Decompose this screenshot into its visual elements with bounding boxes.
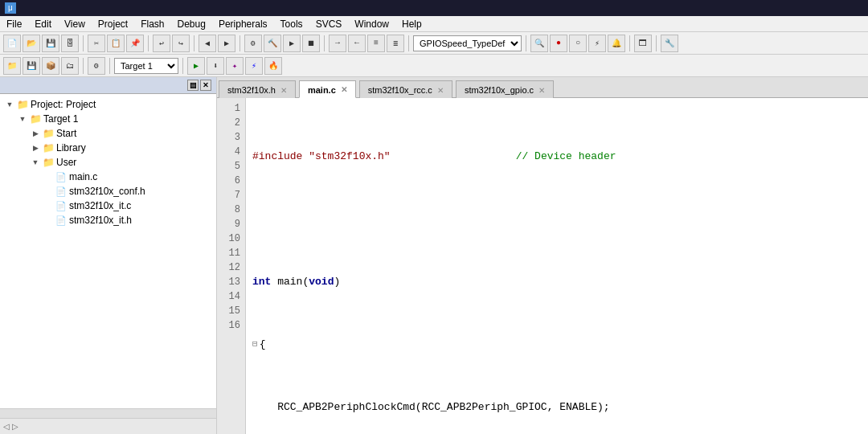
code-editor[interactable]: 1 2 3 4 5 6 7 8 9 10 11 12 13 14 15 16 <box>217 98 868 434</box>
file-it-c-label: stm32f10x_it.c <box>69 200 131 211</box>
stop-btn[interactable]: ⏹ <box>302 35 320 52</box>
file-conf-label: stm32f10x_conf.h <box>69 186 145 197</box>
tab-main-c[interactable]: main.c ✕ <box>299 80 356 98</box>
nav-back-btn[interactable]: ◀ <box>199 35 216 52</box>
format2-btn[interactable]: ≣ <box>387 35 404 52</box>
build2-btn[interactable]: 🔨 <box>264 35 281 52</box>
sidebar-float-btn[interactable]: ▤ <box>187 80 199 91</box>
code-text-1: #include "stm32f10x.h" // Device header <box>252 149 616 165</box>
tab-close-rcc-c[interactable]: ✕ <box>437 86 444 95</box>
tree-project-root[interactable]: ▼ 📁 Project: Project <box>0 97 216 112</box>
ln-3: 3 <box>223 130 240 145</box>
ln-13: 13 <box>223 275 240 289</box>
tb2-settings[interactable]: ⚙ <box>88 57 105 75</box>
settings-btn[interactable]: 🔔 <box>608 35 625 52</box>
tree-user[interactable]: ▼ 📁 User <box>0 155 216 170</box>
sep9 <box>656 35 657 51</box>
code-line-3: int main(void) <box>252 274 862 290</box>
tab-close-main-c[interactable]: ✕ <box>341 85 347 94</box>
new-file-btn[interactable]: 📄 <box>3 35 21 52</box>
expand-icon: ▶ <box>29 127 42 140</box>
undo-btn[interactable]: ↩ <box>153 35 170 52</box>
nav-fwd-btn[interactable]: ▶ <box>218 35 235 52</box>
debug2-btn[interactable]: ○ <box>569 35 587 52</box>
project-label: Project: Project <box>31 99 96 110</box>
sidebar-scrollbar[interactable] <box>0 408 216 418</box>
menu-item-svcs[interactable]: SVCS <box>309 17 349 31</box>
tree-target1[interactable]: ▼ 📁 Target 1 <box>0 112 216 126</box>
tb2-btn1[interactable]: 📁 <box>3 57 21 75</box>
sidebar-status: ◁ ▷ <box>3 422 18 431</box>
tree-library[interactable]: ▶ 📁 Library <box>0 141 216 155</box>
paste-btn[interactable]: 📌 <box>126 35 144 52</box>
cut-btn[interactable]: ✂ <box>88 35 105 52</box>
code-text-4: { <box>260 337 266 353</box>
toolbar-secondary: 📁 💾 📦 🗂 ⚙ Target 1 ▶ ⬇ ✦ ⚡ 🔥 <box>0 55 868 77</box>
redo-btn[interactable]: ↪ <box>172 35 190 52</box>
tree-conf-h[interactable]: 📄 stm32f10x_conf.h <box>0 184 216 199</box>
tab-label-main-c: main.c <box>308 85 336 95</box>
tab-close-stm32f10x-h[interactable]: ✕ <box>280 86 287 95</box>
folder-library-icon: 📁 <box>42 141 55 154</box>
symbol-combo[interactable]: GPIOSpeed_TypeDef <box>413 35 522 51</box>
tb2-btn4[interactable]: 🗂 <box>61 57 79 75</box>
debug-btn[interactable]: ● <box>550 35 567 52</box>
menu-item-file[interactable]: File <box>0 17 28 31</box>
tb2-btn2[interactable]: 💾 <box>23 57 40 75</box>
code-line-1: #include "stm32f10x.h" // Device header <box>252 149 862 165</box>
copy-btn[interactable]: 📋 <box>107 35 125 52</box>
main-area: ▤ ✕ ▼ 📁 Project: Project ▼ 📁 Target 1 <box>0 77 868 434</box>
target-select[interactable]: Target 1 <box>114 58 178 74</box>
tb2-flash[interactable]: ⚡ <box>245 57 263 75</box>
menu-item-debug[interactable]: Debug <box>171 17 212 31</box>
menu-item-window[interactable]: Window <box>348 17 395 31</box>
build3-btn[interactable]: ▶ <box>283 35 301 52</box>
unindent-btn[interactable]: ← <box>348 35 366 52</box>
menu-item-peripherals[interactable]: Peripherals <box>212 17 274 31</box>
tree-it-h[interactable]: 📄 stm32f10x_it.h <box>0 213 216 227</box>
menu-bar: FileEditViewProjectFlashDebugPeripherals… <box>0 16 868 32</box>
tree-it-c[interactable]: 📄 stm32f10x_it.c <box>0 199 216 213</box>
ln-10: 10 <box>223 231 240 246</box>
sidebar-close-btn[interactable]: ✕ <box>200 80 211 91</box>
menu-item-help[interactable]: Help <box>395 17 428 31</box>
tb2-download[interactable]: ⬇ <box>207 57 224 75</box>
folder-start-label: Start <box>56 128 76 139</box>
debug3-btn[interactable]: ⚡ <box>588 35 606 52</box>
code-content[interactable]: #include "stm32f10x.h" // Device header … <box>246 98 868 434</box>
tb2-btn3[interactable]: 📦 <box>42 57 59 75</box>
tb2-magic[interactable]: ✦ <box>226 57 244 75</box>
tree-start[interactable]: ▶ 📁 Start <box>0 126 216 141</box>
menu-item-view[interactable]: View <box>58 17 92 31</box>
menu-item-tools[interactable]: Tools <box>274 17 309 31</box>
ln-2: 2 <box>223 116 240 130</box>
save-btn[interactable]: 💾 <box>42 35 59 52</box>
tab-gpio-c[interactable]: stm32f10x_gpio.c ✕ <box>456 80 554 98</box>
find-btn[interactable]: 🔍 <box>530 35 548 52</box>
target-icon: 📁 <box>29 113 42 125</box>
leaf-icon <box>42 214 55 227</box>
sep7 <box>526 35 526 51</box>
save-all-btn[interactable]: 🗄 <box>61 35 79 52</box>
ln-14: 14 <box>223 289 240 304</box>
tab-close-gpio-c[interactable]: ✕ <box>538 86 545 95</box>
sep6 <box>408 35 409 51</box>
expand-icon: ▼ <box>16 113 29 125</box>
tb2-run[interactable]: ▶ <box>187 57 205 75</box>
format-btn[interactable]: ≡ <box>367 35 385 52</box>
file-main-label: main.c <box>69 171 97 182</box>
view-btn[interactable]: 🗖 <box>634 35 652 52</box>
editor-area: stm32f10x.h ✕ main.c ✕ stm32f10x_rcc.c ✕… <box>217 77 868 434</box>
indent-btn[interactable]: → <box>329 35 346 52</box>
tab-rcc-c[interactable]: stm32f10x_rcc.c ✕ <box>359 80 452 98</box>
menu-item-edit[interactable]: Edit <box>28 17 58 31</box>
menu-item-project[interactable]: Project <box>92 17 134 31</box>
build-btn[interactable]: ⚙ <box>244 35 262 52</box>
tb2-flash2[interactable]: 🔥 <box>264 57 282 75</box>
config-btn[interactable]: 🔧 <box>661 35 678 52</box>
tree-main-c[interactable]: 📄 main.c <box>0 170 216 184</box>
menu-item-flash[interactable]: Flash <box>134 17 170 31</box>
ln-4: 4 <box>223 145 240 159</box>
tab-stm32f10x-h[interactable]: stm32f10x.h ✕ <box>219 80 296 98</box>
open-btn[interactable]: 📂 <box>23 35 40 52</box>
